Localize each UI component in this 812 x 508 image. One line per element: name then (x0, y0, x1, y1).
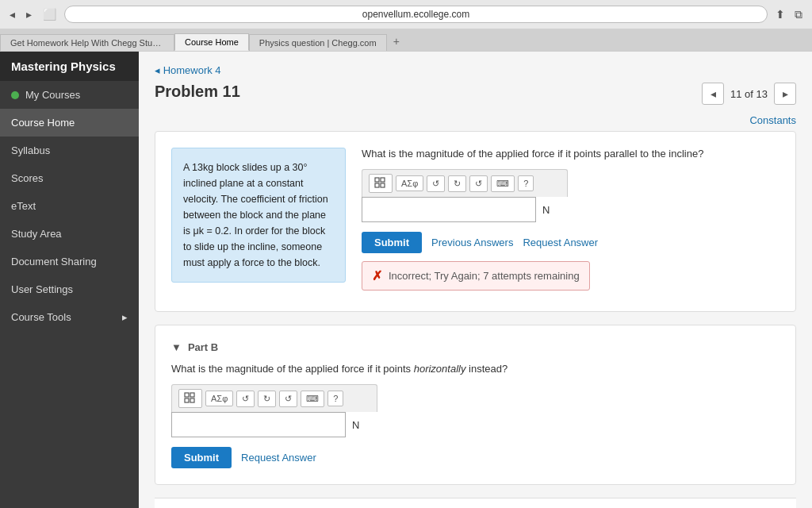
help-button-b[interactable]: ? (327, 391, 343, 406)
back-button[interactable]: ◂ (6, 6, 18, 22)
keyboard-button-b[interactable]: ⌨ (301, 391, 324, 407)
svg-rect-2 (375, 183, 379, 187)
part-a-toolbar: ΑΣφ ↺ ↻ ↺ ⌨ ? (362, 169, 568, 197)
chevron-right-icon: ▸ (122, 311, 128, 323)
sidebar-item-course-tools[interactable]: Course Tools ▸ (0, 303, 139, 331)
svg-rect-7 (190, 398, 194, 402)
undo-button[interactable]: ↺ (427, 175, 445, 192)
prev-problem-button[interactable]: ◂ (702, 83, 724, 105)
feedback-box: ✗ Incorrect; Try Again; 7 attempts remai… (362, 261, 590, 291)
undo-button-b[interactable]: ↺ (236, 391, 255, 407)
redo-button[interactable]: ↻ (448, 175, 466, 192)
sidebar-item-study-area[interactable]: Study Area (0, 220, 139, 248)
help-button-a[interactable]: ? (518, 175, 534, 191)
sidebar-item-document-sharing[interactable]: Document Sharing (0, 248, 139, 275)
sidebar-label-course-tools: Course Tools (11, 311, 71, 323)
browser-chrome: ◂ ▸ ⬜ openvellum.ecollege.com ⬆ ⧉ Get Ho… (0, 0, 812, 52)
part-b-unit: N (352, 419, 359, 431)
sidebar-item-etext[interactable]: eText (0, 192, 139, 220)
sidebar-label-course-home: Course Home (11, 117, 75, 129)
sidebar-label-syllabus: Syllabus (11, 144, 50, 156)
request-answer-link-a[interactable]: Request Answer (523, 237, 598, 248)
sidebar-label-etext: eText (11, 200, 36, 212)
part-b-title: Part B (188, 341, 218, 353)
problem-count: 11 of 13 (730, 88, 768, 100)
feedback-text: Incorrect; Try Again; 7 attempts remaini… (389, 270, 580, 282)
sidebar-title: Mastering Physics (0, 52, 139, 81)
sidebar-item-syllabus[interactable]: Syllabus (0, 137, 139, 164)
symbol-button[interactable]: ΑΣφ (396, 175, 423, 191)
incorrect-icon: ✗ (372, 268, 382, 283)
problem-nav: ◂ 11 of 13 ▸ (702, 83, 796, 105)
content-inner: Homework 4 Problem 11 ◂ 11 of 13 ▸ Const… (139, 52, 812, 508)
part-b-question: What is the magnitude of the applied for… (171, 363, 779, 375)
sidebar-item-course-home[interactable]: Course Home (0, 109, 139, 137)
redo-button-b[interactable]: ↻ (258, 391, 276, 407)
svg-rect-1 (381, 178, 385, 182)
part-a-answer-row: N (362, 197, 779, 222)
refresh-button-b[interactable]: ↺ (279, 391, 297, 407)
next-problem-button[interactable]: ▸ (774, 83, 796, 105)
svg-rect-0 (375, 178, 379, 182)
sidebar-label-user-settings: User Settings (11, 283, 73, 295)
sidebar-item-user-settings[interactable]: User Settings (0, 275, 139, 303)
tab-course-home[interactable]: Course Home (174, 33, 249, 51)
keyboard-button[interactable]: ⌨ (491, 175, 515, 192)
sidebar-label-my-courses: My Courses (25, 89, 80, 101)
back-to-homework[interactable]: Homework 4 (155, 64, 221, 76)
sidebar-label-document-sharing: Document Sharing (11, 256, 97, 267)
problem-description: A 13kg block slides up a 30° inclined pl… (171, 148, 346, 283)
part-b-submit-button[interactable]: Submit (171, 447, 232, 468)
app-layout: Mastering Physics My Courses Course Home… (0, 52, 812, 508)
part-b-section: ▼ Part B What is the magnitude of the ap… (155, 325, 796, 485)
part-a-unit: N (542, 204, 550, 216)
part-b-toolbar: ΑΣφ ↺ ↻ ↺ ⌨ ? (171, 384, 377, 412)
part-b-answer-row: N (171, 412, 779, 437)
matrix-button-b[interactable] (178, 389, 202, 408)
constants-link[interactable]: Constants (749, 114, 796, 126)
tab-chegg-homework[interactable]: Get Homework Help With Chegg Study | Che… (0, 34, 174, 51)
matrix-button[interactable] (369, 174, 393, 193)
part-a-question: What is the magnitude of the applied for… (362, 148, 779, 160)
part-b-label[interactable]: ▼ Part B (171, 341, 779, 353)
sidebar-item-my-courses[interactable]: My Courses (0, 81, 139, 109)
sidebar-item-scores[interactable]: Scores (0, 164, 139, 192)
part-a-area: What is the magnitude of the applied for… (362, 148, 779, 291)
symbol-button-b[interactable]: ΑΣφ (205, 391, 233, 406)
collapse-arrow-b: ▼ (171, 341, 182, 353)
refresh-button[interactable]: ↺ (469, 175, 488, 192)
part-a-input[interactable] (362, 197, 536, 222)
previous-answers-link[interactable]: Previous Answers (431, 237, 513, 248)
part-b-input[interactable] (171, 412, 346, 437)
part-a-submit-button[interactable]: Submit (362, 232, 422, 253)
problem-title: Problem 11 (155, 83, 240, 101)
problem-section: A 13kg block slides up a 30° inclined pl… (155, 131, 796, 312)
main-content: Homework 4 Problem 11 ◂ 11 of 13 ▸ Const… (139, 52, 812, 508)
browser-tabs: Get Homework Help With Chegg Study | Che… (0, 29, 812, 51)
tab-add-button[interactable]: + (387, 32, 406, 51)
request-answer-link-b[interactable]: Request Answer (241, 452, 316, 464)
forward-button[interactable]: ▸ (23, 6, 35, 22)
footer-bar: Provide Feedback Next ▸ (155, 498, 796, 508)
window-button[interactable]: ⬜ (40, 6, 59, 22)
browser-toolbar: ◂ ▸ ⬜ openvellum.ecollege.com ⬆ ⧉ (0, 0, 812, 29)
share-button[interactable]: ⬆ (772, 6, 788, 23)
svg-rect-5 (190, 393, 194, 397)
fullscreen-button[interactable]: ⧉ (791, 6, 806, 23)
sidebar: Mastering Physics My Courses Course Home… (0, 52, 139, 508)
svg-rect-4 (185, 393, 189, 397)
sidebar-label-study-area: Study Area (11, 228, 62, 240)
sidebar-label-scores: Scores (11, 172, 43, 184)
address-bar[interactable]: openvellum.ecollege.com (64, 6, 768, 23)
svg-rect-6 (185, 398, 189, 402)
tab-chegg-physics[interactable]: Physics question | Chegg.com (249, 34, 387, 51)
svg-rect-3 (381, 183, 385, 187)
my-courses-dot (11, 91, 19, 99)
